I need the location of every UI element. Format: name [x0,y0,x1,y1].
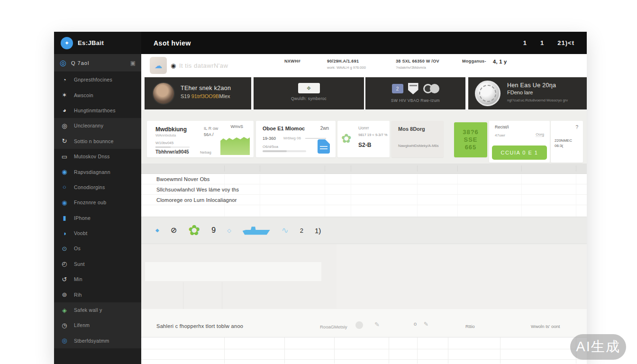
sidebar-item[interactable]: ◎ Stberfdsyatmm [54,333,141,348]
stat-footer-label: Nebag [200,150,211,155]
sidebar-item-icon: ✶ [61,92,68,98]
help-icon[interactable]: ? [575,125,578,130]
toolbar-icon[interactable]: 1) [315,227,321,234]
toolbar-icon[interactable]: ✿ [188,223,200,237]
badge-card[interactable]: ❖ Qwuldh: symberoc [254,77,364,109]
right-panel [337,244,587,309]
sidebar-item-label: Uncleoranny [74,123,103,128]
tile-number: 665 [465,144,477,151]
table-row[interactable]: Sllchsuowlanhcl Wes láme voy ths [141,184,587,195]
sidebar-item[interactable]: ◴ Sunt [54,256,141,272]
sidebar-item[interactable]: ⊚ Rih [54,287,141,302]
camera-icon[interactable]: ▣ [130,60,136,66]
sidebar-item[interactable]: ◕ Hungtinmtarthoes [54,103,141,118]
stat-card-info[interactable]: ? 220NMEC 06:3( [551,121,583,163]
sidebar-item-label: Voobt [74,230,87,236]
progress-label: O6/d/5oa [263,145,278,149]
document-icon[interactable] [318,139,330,154]
sidebar-item-label: Sottio n bounnce [74,138,114,144]
coin-subtitle: FDeno lare [507,90,533,95]
sidebar-item[interactable]: ▭ Mutoskov Dnss [54,149,141,164]
toolbar-icon[interactable]: ⊘ [171,227,177,234]
stat-card-overview[interactable]: Mwdbkiung WAnntxduta IL R ow 56A / WmvS … [147,121,254,157]
toolbar-icon[interactable]: ◇ [227,228,231,233]
medal-icons [423,84,439,93]
app-window: ✦ Es:JBaìt ◎ Q 7aol ▣ ◔ Gnpresthfocines … [54,32,587,364]
sidebar-item[interactable]: ◉ Fnoznnre oub [54,195,141,210]
page-title: Asot hview [154,39,191,47]
top-header: Asot hview 1 1 21)<t [141,32,587,54]
header-action-button[interactable]: 1 [540,39,544,46]
logo-row: ✦ Es:JBaìt [54,32,141,54]
stat-subtitle: 47uwr [495,133,505,137]
sidebar-item-icon: ▭ [61,154,68,160]
stat-card-range[interactable]: Oboe E1 Mlomoc 2wn 19-360 Mr6lwg 06 O6/d… [256,121,336,157]
sidebar-item[interactable]: ◷ Lifenm [54,318,141,333]
coin-card[interactable]: Hen Eas Ue 20ηa FDeno lare ngl?cud:uc.Rc… [468,77,587,109]
sidebar-item-label: Conodiorgins [74,184,105,190]
pencil-icon[interactable]: ✎ [374,321,380,328]
sidebar-item[interactable]: ○ Conodiorgins [54,180,141,195]
sidebar-item[interactable]: ◑ Voobt [54,226,141,241]
range-slider[interactable] [305,138,326,139]
stat-card-note[interactable]: Mos 8Dorg NawgkwhtDsfdeky/A-M6s [391,121,444,157]
achievements-card[interactable]: 2 SW HIV VBAO Rwe-Izum [365,77,465,109]
confirm-button[interactable]: CCUIA 0 E 1 [492,146,547,160]
sidebar-item-label: Safek wall y [74,307,102,313]
sidebar-item-label: Fnoznnre oub [74,200,106,205]
search-input[interactable]: Q 7aol [71,60,126,66]
sidebar-item[interactable]: ◎ Uncleoranny [54,118,141,133]
header-action-button[interactable]: 21)<t [557,39,574,46]
blue-chip-icon: 2 [392,84,403,93]
toolbar-icon[interactable]: 2 [300,228,303,234]
stat-cards-row: Mwdbkiung WAnntxduta IL R ow 56A / WmvS … [141,110,587,164]
pencil-icon[interactable]: ✎ [424,321,428,327]
verified-badge-icon: ◉ [171,62,176,69]
green-number-tile[interactable]: 38?6SSE665 [454,122,487,157]
table-row[interactable]: Clomorege oro Lurn Inlocaliagnor [141,195,587,205]
achievement-icons: 2 [365,83,465,94]
sidebar-item[interactable]: ◈ Safek wall y [54,302,141,318]
stat-card-rate[interactable]: ✿ Uonrr 9817 19 < 9-3/7 % S2-B [337,121,390,157]
sidebar-item-icon: ⊙ [61,246,68,252]
sidebar-item[interactable]: ◔ Gnpresthfocines [54,72,141,87]
sidebar-item-label: Rih [74,292,82,298]
user-stat-value[interactable]: 4, 1 y [493,59,507,64]
coin-caption: ngl?cud:uc.Rctu8voernd Mosocryo grv [507,98,583,103]
user-stat: Mogganus- [462,59,486,65]
sidebar-search-row[interactable]: ◎ Q 7aol ▣ [54,54,141,72]
sidebar-item[interactable]: ✶ Awscoin [54,87,141,102]
sidebar-nav: ◔ Gnpresthfocines ✶ Awscoin ◕ Hungtinmta… [54,72,141,364]
sidebar-item-icon: ▮ [61,215,68,221]
sidebar-item[interactable]: ◉ Rapvsdiagnann [54,164,141,179]
sidebar-item-icon: ⊚ [61,291,68,298]
range-label: Mr6lwg 06 [283,136,301,140]
mini-chart-label: WmvS [231,124,244,129]
toolbar-icon[interactable] [243,225,270,236]
stat-footer-value: Tbhhrwr/a9045 [155,149,189,155]
sidebar-item-icon: ◴ [61,261,68,267]
toolbar-icon[interactable]: ∿ [282,226,289,235]
table-row[interactable]: Bwoewmnl Nover Obs [141,174,587,184]
sidebar-item-label: Awscoin [74,92,93,98]
coin-title: Hen Eas Ue 20ηa [507,82,556,89]
stat-title: Recist/i [495,125,509,129]
stat-col-value: 56A / [204,132,214,137]
table-header-strip [141,164,587,174]
toolbar-icon[interactable]: 9 [211,227,216,234]
avatar-circle-icon[interactable] [355,321,363,329]
sidebar-item[interactable]: ↺ Min [54,272,141,287]
sidebar-item[interactable]: ▮ IPhone [54,210,141,226]
user-stat: NXWH# [284,59,300,65]
stat-card-action[interactable]: Recist/i 47uwr Oorg CCUIA 0 E 1 [489,121,550,163]
profile-card[interactable]: TEher snek k2aon S19 91trf3OO9BMlex [145,77,251,109]
sidebar-item-icon: ◈ [61,307,68,313]
toolbar-icon[interactable]: ◆ [155,228,159,233]
sidebar-item-label: Stberfdsyatmm [74,338,109,344]
profile-value: S19 91trf3OO9BMlex [181,93,230,99]
bottom-table-title: Sahleri c fhopperhx tlort toblw anoo [156,323,243,329]
sidebar-item[interactable]: ⊙ Os [54,241,141,256]
user-avatar[interactable]: ☁ [150,57,167,74]
header-action-button[interactable]: 1 [523,39,527,46]
sidebar-item[interactable]: ↻ Sottio n bounnce [54,134,141,149]
